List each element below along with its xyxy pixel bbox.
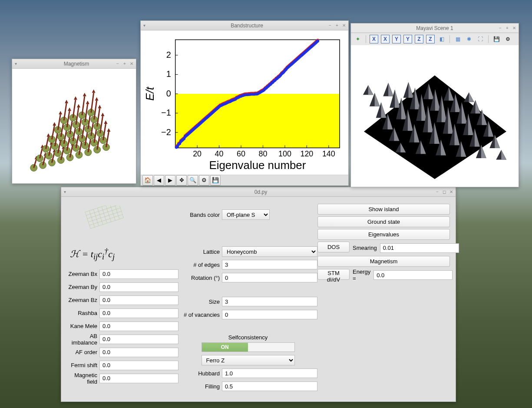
field-label: Zeeman Bx xyxy=(66,271,99,277)
field-input-zeeman-bx[interactable] xyxy=(99,269,178,279)
field-input-magnetic-field[interactable] xyxy=(99,374,178,383)
save-icon[interactable]: 💾 xyxy=(210,175,221,186)
band-titlebar[interactable]: ▾ Bandstructure − + ✕ xyxy=(141,21,348,30)
maximize-icon[interactable]: + xyxy=(505,26,510,31)
svg-line-7 xyxy=(98,208,103,225)
main-titlebar[interactable]: ▾ 0d.py − ◻ ✕ xyxy=(61,187,456,197)
energy-input[interactable] xyxy=(373,270,453,280)
zoom-icon[interactable]: 🔍 xyxy=(188,175,198,186)
minimize-icon[interactable]: − xyxy=(327,23,333,28)
svg-marker-125 xyxy=(83,93,86,96)
svg-marker-101 xyxy=(98,105,102,108)
size-input[interactable] xyxy=(222,297,317,306)
rotation-input[interactable] xyxy=(222,273,317,282)
stm-button[interactable]: STM dI/dV xyxy=(317,269,350,280)
close-icon[interactable]: ✕ xyxy=(449,189,454,195)
svg-marker-421 xyxy=(375,93,380,106)
isometric-icon[interactable]: ◧ xyxy=(437,35,446,43)
maximize-icon[interactable]: + xyxy=(122,61,127,66)
maximize-icon[interactable]: + xyxy=(334,23,340,28)
mayavi-toolbar: ✦ X X Y Y Z Z ◧ ▦ ✱ ⛶ 💾 ⚙ xyxy=(351,33,519,45)
band-chart[interactable]: 20406080100120140−2−1012Eigenvalue numbe… xyxy=(141,30,348,175)
hubbard-label: Hubbard xyxy=(178,370,222,377)
lattice-preview xyxy=(79,206,126,236)
axes-icon[interactable]: ✦ xyxy=(354,35,362,43)
close-icon[interactable]: ✕ xyxy=(341,23,347,28)
svg-marker-119 xyxy=(65,100,68,103)
svg-marker-104 xyxy=(59,111,62,114)
maximize-icon[interactable]: ◻ xyxy=(442,189,447,195)
magnetism-window: ▾ Magnetism − + ✕ xyxy=(12,59,136,184)
axes-toggle-icon[interactable]: ✱ xyxy=(465,35,473,43)
svg-marker-122 xyxy=(74,96,77,100)
field-input-zeeman-by[interactable] xyxy=(99,282,178,292)
view-x-neg-icon[interactable]: X xyxy=(381,35,390,43)
view-z-neg-icon[interactable]: Z xyxy=(426,35,435,43)
close-icon[interactable]: ✕ xyxy=(129,61,134,66)
scf-type-select[interactable]: Ferro Z xyxy=(202,355,295,365)
field-input-ab-imbalance[interactable] xyxy=(99,335,178,344)
svg-marker-116 xyxy=(95,97,99,101)
view-y-neg-icon[interactable]: Y xyxy=(403,35,412,43)
mayavi-titlebar[interactable]: Mayavi Scene 1 − + ✕ xyxy=(351,23,519,33)
field-input-fermi-shift[interactable] xyxy=(99,361,178,370)
parallel-icon[interactable]: ▦ xyxy=(453,35,462,43)
svg-marker-38 xyxy=(107,128,110,132)
svg-marker-479 xyxy=(469,92,474,102)
svg-text:E/t: E/t xyxy=(144,86,156,100)
bands-color-select[interactable]: Off-plane S xyxy=(222,209,270,220)
magnetism-button[interactable]: Magnetism xyxy=(317,256,450,267)
svg-text:140: 140 xyxy=(322,149,335,158)
hubbard-input[interactable] xyxy=(222,368,317,378)
pan-icon[interactable]: ✥ xyxy=(176,175,187,186)
lattice-select[interactable]: Honeycomb xyxy=(222,246,317,257)
svg-text:20: 20 xyxy=(193,149,202,158)
view-z-pos-icon[interactable]: Z xyxy=(415,35,423,43)
save-scene-icon[interactable]: 💾 xyxy=(492,35,501,43)
field-input-kane-mele[interactable] xyxy=(99,322,178,331)
svg-rect-129 xyxy=(175,94,340,148)
dos-button[interactable]: DOS xyxy=(317,242,350,252)
mpl-toolbar: 🏠 ◀ ▶ ✥ 🔍 ⚙ 💾 xyxy=(141,175,348,186)
magnetism-scene[interactable] xyxy=(12,69,136,183)
back-icon[interactable]: ◀ xyxy=(154,175,164,186)
forward-icon[interactable]: ▶ xyxy=(165,175,175,186)
svg-marker-128 xyxy=(92,90,96,93)
selfconsistency-toggle[interactable]: ON xyxy=(202,342,295,352)
minimize-icon[interactable]: − xyxy=(115,61,120,66)
main-window: ▾ 0d.py − ◻ ✕ xyxy=(61,187,456,402)
view-x-pos-icon[interactable]: X xyxy=(370,35,378,43)
svg-marker-481 xyxy=(476,100,481,113)
mayavi-scene[interactable] xyxy=(351,45,519,187)
vacancies-label: # of vacancies xyxy=(178,312,222,318)
ground-state-button[interactable]: Ground state xyxy=(317,216,450,227)
svg-line-9 xyxy=(106,206,111,222)
minimize-icon[interactable]: − xyxy=(498,26,503,31)
bands-color-label: Bands color xyxy=(178,212,222,218)
svg-line-6 xyxy=(93,209,99,226)
home-icon[interactable]: 🏠 xyxy=(142,175,153,186)
configure-icon[interactable]: ⚙ xyxy=(199,175,209,186)
vacancies-input[interactable] xyxy=(222,310,317,319)
svg-marker-83 xyxy=(101,113,105,116)
field-input-zeeman-bz[interactable] xyxy=(99,295,178,305)
svg-line-8 xyxy=(102,207,107,223)
magnetism-titlebar[interactable]: ▾ Magnetism − + ✕ xyxy=(12,59,136,69)
field-input-rashba[interactable] xyxy=(99,308,178,318)
minimize-icon[interactable]: − xyxy=(435,189,440,195)
field-input-af-order[interactable] xyxy=(99,348,178,357)
svg-text:120: 120 xyxy=(300,149,313,158)
svg-marker-62 xyxy=(104,120,107,124)
fullscreen-icon[interactable]: ⛶ xyxy=(476,35,485,43)
smearing-input[interactable] xyxy=(380,243,459,253)
view-y-pos-icon[interactable]: Y xyxy=(392,35,401,43)
close-icon[interactable]: ✕ xyxy=(512,26,517,31)
edges-input[interactable] xyxy=(222,260,317,269)
settings-icon[interactable]: ⚙ xyxy=(503,35,512,43)
filling-input[interactable] xyxy=(222,381,317,391)
field-label: Magnetic field xyxy=(66,372,99,385)
selfconsistency-label: Selfconsistency xyxy=(178,334,317,341)
svg-rect-0 xyxy=(85,206,123,229)
eigenvalues-button[interactable]: Eigenvalues xyxy=(317,229,450,240)
show-island-button[interactable]: Show island xyxy=(317,204,450,215)
